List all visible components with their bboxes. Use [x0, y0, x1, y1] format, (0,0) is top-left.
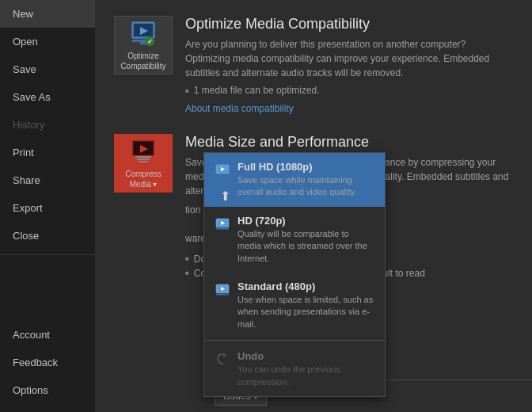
svg-rect-11 [137, 158, 150, 160]
optimize-icon-label: Optimize Compatibility [120, 51, 165, 71]
fullhd-icon [215, 162, 230, 177]
dropdown-item-hd[interactable]: HD (720p) Quality will be comparable to … [204, 207, 385, 273]
optimize-link[interactable]: About media compatibility [185, 103, 294, 114]
standard-icon [215, 282, 230, 296]
sidebar-item-print[interactable]: Print [0, 139, 95, 166]
optimize-desc: Are you planning to deliver this present… [185, 37, 513, 80]
svg-rect-21 [216, 294, 229, 296]
undo-title: Undo [238, 350, 374, 362]
undo-icon [215, 352, 230, 366]
optimize-title: Optimize Media Compatibility [185, 16, 513, 32]
dropdown-item-undo: Undo You can undo the previous compressi… [204, 342, 385, 396]
standard-title: Standard (480p) [238, 280, 374, 292]
sidebar-item-share[interactable]: Share [0, 166, 95, 194]
undo-desc: You can undo the previous compression. [238, 364, 374, 388]
svg-rect-12 [139, 161, 148, 162]
dropdown-item-standard[interactable]: Standard (480p) Use when space is limite… [204, 273, 385, 338]
svg-rect-10 [135, 156, 151, 158]
dropdown-item-fullhd[interactable]: Full HD (1080p) Save space while maintai… [204, 153, 385, 207]
sidebar-item-save[interactable]: Save [0, 55, 95, 83]
sidebar-item-open[interactable]: Open [0, 28, 95, 55]
compress-dropdown: Full HD (1080p) Save space while maintai… [203, 152, 386, 397]
sidebar-item-account[interactable]: Account [0, 321, 95, 349]
hd-desc: Quality will be comparable to media whic… [238, 228, 374, 265]
hd-title: HD (720p) [238, 215, 374, 227]
fullhd-title: Full HD (1080p) [238, 161, 374, 173]
svg-rect-18 [216, 228, 229, 230]
sidebar-item-save-as[interactable]: Save As [0, 83, 95, 111]
sidebar-item-new[interactable]: New [0, 0, 95, 28]
optimize-note: 1 media file can be optimized. [185, 85, 513, 96]
optimize-section: ✓ Optimize Compatibility Optimize Media … [114, 16, 513, 115]
sidebar-item-feedback[interactable]: Feedback [0, 349, 95, 376]
compress-icon[interactable]: Compress Media ▾ [114, 134, 173, 193]
sidebar-item-options[interactable]: Options [0, 376, 95, 404]
compress-icon-label: Compress Media ▾ [125, 169, 162, 189]
optimize-icon[interactable]: ✓ Optimize Compatibility [114, 16, 173, 74]
svg-text:✓: ✓ [147, 38, 153, 45]
sidebar-item-export[interactable]: Export [0, 194, 95, 222]
sidebar: New Open Save Save As History Print Shar… [0, 0, 95, 412]
hd-icon [215, 216, 230, 231]
sidebar-item-close[interactable]: Close [0, 222, 95, 250]
compress-title: Media Size and Performance [185, 134, 513, 151]
optimize-body: Optimize Media Compatibility Are you pla… [185, 16, 513, 115]
sidebar-item-history: History [0, 111, 95, 139]
fullhd-desc: Save space while maintaining overall aud… [238, 174, 374, 199]
main-content: ✓ Optimize Compatibility Optimize Media … [95, 0, 532, 412]
svg-rect-15 [216, 174, 229, 176]
standard-desc: Use when space is limited, such as when … [238, 294, 374, 330]
